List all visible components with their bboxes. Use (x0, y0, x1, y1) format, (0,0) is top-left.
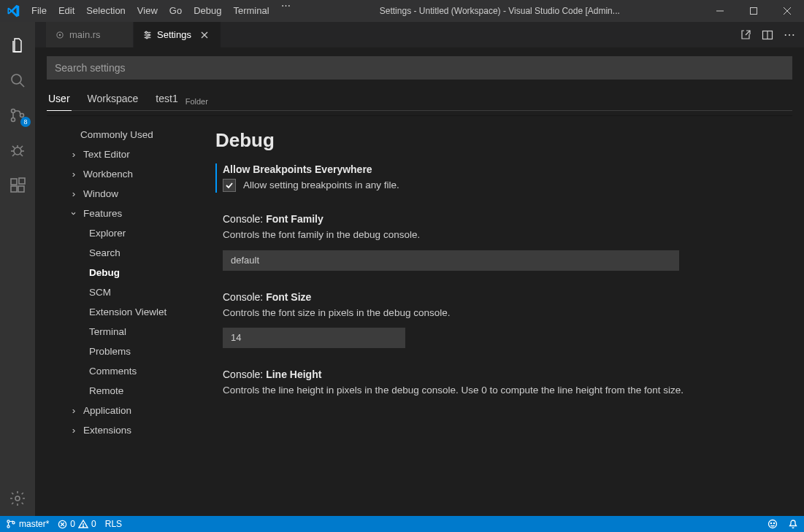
status-branch[interactable]: master* (6, 519, 49, 529)
toc-terminal[interactable]: Terminal (47, 322, 211, 342)
svg-point-7 (12, 118, 15, 122)
toc-window[interactable]: ›Window (47, 184, 211, 204)
toc-extensions[interactable]: ›Extensions (47, 420, 211, 440)
menu-go[interactable]: Go (164, 0, 188, 22)
svg-point-34 (7, 520, 9, 523)
setting-description: Allow setting breakpoints in any file. (243, 178, 399, 193)
status-errors-count: 0 (70, 519, 75, 529)
settings-content: Debug Allow Breakpoints Everywhere Allow… (211, 120, 792, 516)
vscode-logo-icon (0, 4, 26, 18)
settings-editor: User Workspace test1 Folder Commonly Use… (35, 47, 804, 516)
titlebar: File Edit Selection View Go Debug Termin… (0, 0, 804, 22)
window-controls (703, 0, 804, 22)
svg-point-21 (15, 496, 20, 501)
toc-comments[interactable]: Comments (47, 361, 211, 381)
toc-application[interactable]: ›Application (47, 401, 211, 420)
svg-rect-1 (751, 8, 757, 15)
toc-debug[interactable]: Debug (47, 263, 211, 282)
status-warnings-count: 0 (91, 519, 96, 529)
chevron-right-icon: › (69, 169, 79, 180)
status-feedback-icon[interactable] (767, 519, 778, 529)
toc-extension-viewlet[interactable]: Extension Viewlet (47, 302, 211, 322)
activity-explorer-icon[interactable] (0, 28, 35, 63)
activity-bar: 8 (0, 22, 35, 516)
tab-main-rs[interactable]: main.rs (46, 22, 134, 47)
setting-scope: Console: (223, 369, 266, 380)
minimize-button[interactable] (703, 0, 737, 22)
status-bar: master* 0 0 RLS (0, 516, 804, 532)
svg-line-14 (20, 146, 23, 148)
status-problems[interactable]: 0 0 (58, 519, 96, 529)
close-button[interactable] (770, 0, 804, 22)
tab-settings[interactable]: Settings (134, 22, 221, 47)
toc-text-editor[interactable]: ›Text Editor (47, 144, 211, 164)
setting-console-line-height: Console: Line Height Controls the line h… (215, 369, 781, 398)
toc-search[interactable]: Search (47, 243, 211, 263)
open-settings-json-icon[interactable] (740, 29, 751, 41)
setting-console-font-family: Console: Font Family Controls the font f… (215, 213, 781, 270)
svg-rect-20 (19, 178, 25, 184)
scope-tab-folder[interactable]: test1 (154, 93, 179, 110)
scope-tab-user[interactable]: User (47, 93, 72, 111)
checkbox-allow-breakpoints[interactable] (223, 179, 236, 192)
svg-point-35 (7, 525, 9, 528)
maximize-button[interactable] (737, 0, 770, 22)
toc-problems[interactable]: Problems (47, 342, 211, 361)
svg-line-5 (20, 83, 25, 88)
activity-extensions-icon[interactable] (0, 168, 35, 203)
menu-selection[interactable]: Selection (80, 0, 131, 22)
svg-line-16 (20, 154, 23, 156)
toc-remote[interactable]: Remote (47, 381, 211, 401)
activity-source-control-icon[interactable]: 8 (0, 98, 35, 133)
status-notifications-icon[interactable] (788, 519, 798, 529)
menu-more-icon[interactable]: ⋯ (275, 0, 296, 22)
toc-workbench[interactable]: ›Workbench (47, 164, 211, 184)
tab-label: Settings (157, 29, 191, 40)
close-icon[interactable] (200, 31, 209, 39)
menu-terminal[interactable]: Terminal (227, 0, 275, 22)
status-branch-label: master* (19, 519, 49, 529)
more-actions-icon[interactable]: ⋯ (784, 28, 795, 42)
setting-allow-breakpoints: Allow Breakpoints Everywhere Allow setti… (215, 163, 781, 193)
menu-file[interactable]: File (26, 0, 53, 22)
activity-debug-icon[interactable] (0, 133, 35, 168)
menu-debug[interactable]: Debug (188, 0, 227, 22)
settings-list-icon (142, 30, 153, 40)
tab-label: main.rs (69, 29, 101, 40)
settings-toc: Commonly Used ›Text Editor ›Workbench ›W… (47, 120, 211, 516)
svg-line-13 (12, 146, 15, 148)
svg-point-23 (59, 34, 61, 35)
tab-actions: ⋯ (731, 22, 804, 47)
input-console-font-size[interactable] (223, 328, 405, 348)
toc-features[interactable]: ›Features (47, 204, 211, 223)
menu-edit[interactable]: Edit (53, 0, 80, 22)
source-control-badge: 8 (20, 117, 31, 127)
toc-explorer[interactable]: Explorer (47, 223, 211, 243)
section-title: Debug (215, 129, 781, 152)
svg-point-6 (12, 109, 15, 113)
toc-commonly-used[interactable]: Commonly Used (47, 125, 211, 144)
editor-tabs: main.rs Settings ⋯ (35, 22, 804, 47)
setting-scope: Console: (223, 213, 266, 225)
svg-point-29 (146, 36, 148, 38)
svg-point-4 (12, 74, 21, 84)
svg-rect-18 (11, 186, 17, 192)
menu-view[interactable]: View (131, 0, 164, 22)
input-console-font-family[interactable] (223, 250, 679, 271)
activity-settings-icon[interactable] (0, 481, 35, 516)
setting-console-font-size: Console: Font Size Controls the font siz… (215, 291, 781, 348)
setting-description: Controls the font family in the debug co… (223, 228, 781, 242)
svg-line-15 (12, 154, 15, 156)
status-language[interactable]: RLS (105, 519, 122, 529)
split-editor-icon[interactable] (762, 29, 773, 41)
rust-file-icon (55, 30, 65, 40)
settings-scope-tabs: User Workspace test1 Folder (47, 93, 792, 111)
scope-tab-workspace[interactable]: Workspace (86, 93, 140, 110)
search-settings-input[interactable] (47, 56, 792, 80)
activity-search-icon[interactable] (0, 63, 35, 98)
svg-point-45 (773, 523, 774, 523)
chevron-right-icon: › (69, 188, 79, 199)
setting-name: Font Size (266, 291, 311, 303)
toc-scm[interactable]: SCM (47, 282, 211, 302)
setting-scope: Console: (223, 291, 266, 303)
